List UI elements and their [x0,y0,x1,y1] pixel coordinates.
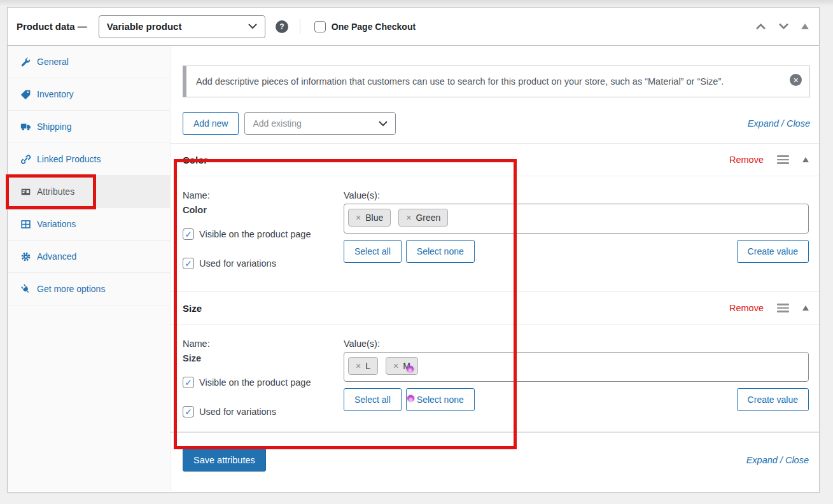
remove-tag-icon[interactable]: × [356,361,361,371]
value-tag-m[interactable]: × M [386,357,418,375]
plug-icon [20,284,31,295]
save-attributes-button[interactable]: Save attributes [183,448,266,472]
collapse-toggle-icon[interactable] [801,24,809,29]
value-tag-l[interactable]: × L [348,357,378,375]
remove-attribute-link[interactable]: Remove [729,303,764,313]
chevron-down-icon [248,24,257,29]
attribute-name-value: Size [183,352,344,365]
visible-label: Visible on the product page [199,377,311,388]
visible-label: Visible on the product page [199,229,311,239]
tab-general[interactable]: General [8,46,170,78]
tab-attributes[interactable]: Attributes [8,176,170,208]
select-none-button[interactable]: Select none [406,240,475,263]
one-page-checkout-checkbox[interactable] [314,21,326,32]
expand-close-links[interactable]: Expand / Close [746,455,809,465]
drag-handle-icon[interactable] [777,154,789,165]
attributes-notice: Add descriptive pieces of information th… [183,66,810,97]
tab-label: Get more options [37,284,105,294]
drag-handle-icon[interactable] [777,302,789,314]
select-all-button[interactable]: Select all [344,240,402,263]
grid-icon [20,219,31,230]
gear-icon [20,251,31,262]
tab-label: General [37,57,69,67]
tab-label: Attributes [37,186,74,197]
attribute-header-controls: Remove [729,302,809,314]
remove-attribute-link[interactable]: Remove [729,155,764,165]
values-label: Value(s): [344,337,809,350]
attribute-body: Name: Color ✓ Visible on the product pag… [171,176,819,291]
used-for-variations-label: Used for variations [199,407,276,417]
product-data-header: Product data — Variable product ? One Pa… [8,8,819,46]
tab-label: Linked Products [37,154,101,164]
move-down-button[interactable] [778,22,789,31]
visible-on-product-page-option[interactable]: ✓ Visible on the product page [183,227,344,242]
tab-shipping[interactable]: Shipping [8,111,170,143]
woocommerce-product-edit-page: Product data — Variable product ? One Pa… [0,0,833,504]
attribute-name-value: Color [183,204,344,216]
values-buttons-row: Select all Select none Create value [344,388,809,411]
attribute-name-column: Name: Size ✓ Visible on the product page… [183,337,344,419]
product-type-selected-value: Variable product [107,21,182,32]
header-divider [300,19,300,34]
truck-icon [20,122,31,132]
values-multiselect-input[interactable]: × Blue × Green [344,204,809,234]
notice-text: Add descriptive pieces of information th… [196,76,724,87]
move-up-button[interactable] [755,22,766,31]
tab-label: Inventory [37,89,74,99]
values-multiselect-input[interactable]: × L × M [344,352,809,382]
expand-close-links[interactable]: Expand / Close [748,118,810,129]
used-for-variations-option[interactable]: ✓ Used for variations [183,256,344,271]
product-type-select[interactable]: Variable product [99,15,265,38]
tab-advanced[interactable]: Advanced [8,241,170,273]
visible-checkbox[interactable]: ✓ [183,228,194,240]
tab-get-more-options[interactable]: Get more options [8,273,170,305]
tag-label: Blue [365,213,383,223]
remove-tag-icon[interactable]: × [393,361,398,371]
attribute-title: Size [183,303,202,314]
select-none-button[interactable]: Select none [406,388,475,411]
chevron-up-icon [755,22,766,31]
attribute-header[interactable]: Size Remove [171,292,819,325]
attributes-panel: Add descriptive pieces of information th… [171,46,819,491]
remove-tag-icon[interactable]: × [356,213,361,223]
chevron-down-icon [778,22,789,31]
attribute-item-size: Size Remove Name: Size [171,292,819,432]
used-for-variations-checkbox[interactable]: ✓ [183,258,194,269]
attribute-header-controls: Remove [729,154,809,165]
tab-label: Shipping [37,122,72,132]
collapse-attribute-icon[interactable] [802,305,809,311]
tab-label: Advanced [37,251,76,262]
attribute-title: Color [183,155,207,165]
select-all-button[interactable]: Select all [344,388,402,411]
name-label: Name: [183,337,344,350]
product-data-tabs: General Inventory Shipping [8,46,171,491]
dismiss-icon[interactable]: ✕ [790,74,802,86]
tab-linked-products[interactable]: Linked Products [8,143,170,176]
used-for-variations-label: Used for variations [199,258,276,269]
values-label: Value(s): [344,189,809,202]
help-icon[interactable]: ? [276,20,288,33]
create-value-button[interactable]: Create value [737,388,809,411]
metabox-title: Product data — [17,21,87,32]
tab-inventory[interactable]: Inventory [8,78,170,111]
product-data-body: General Inventory Shipping [8,46,819,491]
used-for-variations-checkbox[interactable]: ✓ [183,406,194,417]
value-tag-blue[interactable]: × Blue [348,209,391,227]
visible-on-product-page-option[interactable]: ✓ Visible on the product page [183,375,344,390]
attribute-name-column: Name: Color ✓ Visible on the product pag… [183,189,344,271]
one-page-checkout-option[interactable]: One Page Checkout [314,21,416,32]
name-label: Name: [183,189,344,202]
remove-tag-icon[interactable]: × [406,213,411,223]
visible-checkbox[interactable]: ✓ [183,377,194,388]
create-value-button[interactable]: Create value [737,240,809,263]
value-tag-green[interactable]: × Green [398,209,448,227]
collapse-attribute-icon[interactable] [802,157,809,162]
add-new-button[interactable]: Add new [183,112,239,135]
attributes-list: Color Remove Name: Color [171,143,819,432]
used-for-variations-option[interactable]: ✓ Used for variations [183,404,344,419]
add-existing-select[interactable]: Add existing [244,112,396,135]
metabox-header-controls [755,22,809,31]
attribute-header[interactable]: Color Remove [171,144,819,176]
tab-variations[interactable]: Variations [8,208,170,241]
tab-label: Variations [37,219,76,229]
